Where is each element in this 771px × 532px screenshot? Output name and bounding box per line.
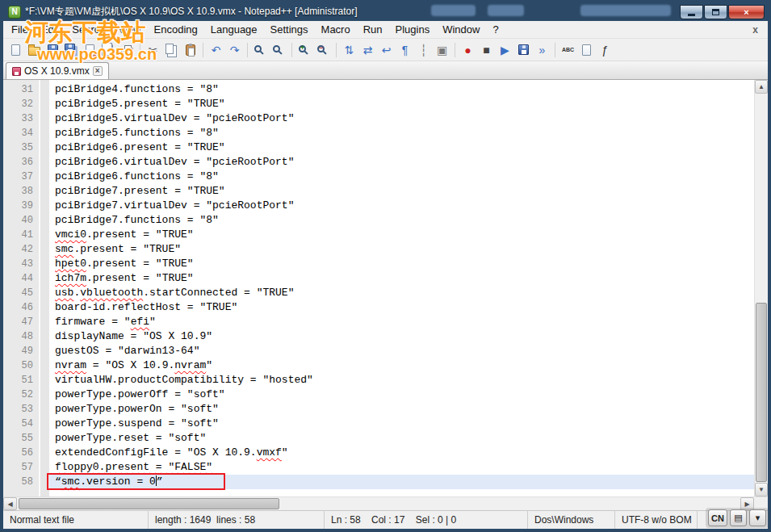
menu-edit[interactable]: Edit (35, 21, 65, 38)
line-text[interactable]: pciBridge6.virtualDev = "pcieRootPort" (49, 155, 754, 170)
start-recording-button[interactable]: ● (459, 40, 477, 59)
editor-line-47[interactable]: 47firmware = "efi" (3, 315, 754, 329)
editor-line-33[interactable]: 33pciBridge5.virtualDev = "pcieRootPort" (3, 111, 754, 126)
line-text[interactable]: board-id.reflectHost = "TRUE" (49, 300, 754, 315)
new-file-button[interactable] (6, 40, 25, 59)
editor[interactable]: 31pciBridge4.functions = "8"32pciBridge5… (3, 80, 754, 496)
tab-close-icon[interactable]: × (93, 66, 103, 76)
editor-line-37[interactable]: 37pciBridge6.functions = "8" (3, 170, 754, 184)
close-button[interactable]: × (728, 5, 765, 19)
menu-settings[interactable]: Settings (264, 21, 315, 38)
save-all-button[interactable] (62, 40, 81, 59)
editor-line-54[interactable]: 54powerType.suspend = "soft" (3, 417, 754, 431)
line-text[interactable]: extendedConfigFile = "OS X 10.9.vmxf" (49, 446, 754, 460)
save-file-button[interactable] (44, 40, 62, 59)
find-button[interactable] (251, 40, 270, 59)
menu-view[interactable]: View (112, 21, 148, 38)
editor-line-48[interactable]: 48displayName = "OS X 10.9" (3, 329, 754, 344)
scroll-down-arrow-icon[interactable]: ▼ (755, 483, 768, 496)
menu-window[interactable]: Window (436, 21, 486, 38)
line-text[interactable]: floppy0.present = "FALSE" (49, 460, 754, 475)
scroll-up-arrow-icon[interactable]: ▲ (755, 80, 768, 94)
cut-button[interactable]: ✂ (144, 40, 162, 59)
save-recorded-macro-button[interactable] (514, 40, 533, 59)
editor-line-50[interactable]: 50nvram = "OS X 10.9.nvram" (3, 358, 754, 373)
line-text[interactable]: pciBridge7.virtualDev = "pcieRootPort" (49, 199, 754, 213)
menu-language[interactable]: Language (204, 21, 264, 38)
editor-line-44[interactable]: 44ich7m.present = "TRUE" (3, 271, 754, 286)
ime-language-button[interactable]: CN (708, 509, 727, 526)
editor-line-43[interactable]: 43hpet0.present = "TRUE" (3, 257, 754, 271)
vertical-scroll-track[interactable] (755, 94, 768, 483)
title-bar[interactable]: N *F:\VM专题\VM虚拟机\OS X 10.9\OS X 10.9.vmx… (3, 0, 768, 21)
playback-button[interactable]: ▶ (496, 40, 514, 59)
redo-button[interactable]: ↷ (225, 40, 244, 59)
editor-line-41[interactable]: 41vmci0.present = "TRUE" (3, 228, 754, 242)
stop-recording-button[interactable]: ■ (477, 40, 496, 59)
line-text[interactable]: powerType.suspend = "soft" (49, 417, 754, 431)
menu-search[interactable]: Search (65, 21, 111, 38)
ime-keyboard-button[interactable]: ▤ (730, 509, 747, 526)
line-text[interactable]: pciBridge7.functions = "8" (49, 213, 754, 228)
replace-button[interactable] (270, 40, 288, 59)
horizontal-scroll-track[interactable] (17, 497, 740, 510)
line-text[interactable]: pciBridge5.present = "TRUE" (49, 97, 754, 111)
line-text[interactable]: virtualHW.productCompatibility = "hosted… (49, 373, 754, 387)
editor-line-53[interactable]: 53powerType.powerOn = "soft" (3, 402, 754, 417)
line-text[interactable]: nvram = "OS X 10.9.nvram" (49, 358, 754, 373)
vertical-scrollbar[interactable]: ▲ ▼ (754, 80, 768, 496)
editor-line-55[interactable]: 55powerType.reset = "soft" (3, 431, 754, 446)
editor-line-52[interactable]: 52powerType.powerOff = "soft" (3, 387, 754, 402)
horizontal-scrollbar[interactable]: ◀ ▶ (3, 496, 768, 510)
line-text[interactable]: “smc.version = 0” (49, 475, 754, 489)
line-text[interactable]: firmware = "efi" (49, 315, 754, 329)
menu-encoding[interactable]: Encoding (148, 21, 204, 38)
editor-line-38[interactable]: 38pciBridge7.present = "TRUE" (3, 184, 754, 199)
open-file-button[interactable] (25, 40, 44, 59)
menu-help[interactable]: ? (486, 21, 505, 38)
ime-language-bar[interactable]: CN▤▾ (706, 508, 769, 528)
line-text[interactable]: guestOS = "darwin13-64" (49, 344, 754, 358)
editor-line-39[interactable]: 39pciBridge7.virtualDev = "pcieRootPort" (3, 199, 754, 213)
line-text[interactable]: usb.vbluetooth.startConnected = "TRUE" (49, 286, 754, 300)
ime-options-button[interactable]: ▾ (749, 509, 766, 526)
menu-plugins[interactable]: Plugins (389, 21, 437, 38)
spell-check-button[interactable]: ABC (559, 40, 577, 59)
editor-line-45[interactable]: 45usb.vbluetooth.startConnected = "TRUE" (3, 286, 754, 300)
show-all-characters-button[interactable]: ¶ (396, 40, 414, 59)
editor-line-51[interactable]: 51virtualHW.productCompatibility = "host… (3, 373, 754, 387)
line-text[interactable]: powerType.powerOn = "soft" (49, 402, 754, 417)
menu-file[interactable]: File (5, 21, 35, 38)
line-text[interactable]: hpet0.present = "TRUE" (49, 257, 754, 271)
editor-line-34[interactable]: 34pciBridge5.functions = "8" (3, 126, 754, 140)
sync-horizontal-scrolling-button[interactable]: ⇄ (358, 40, 377, 59)
editor-line-58[interactable]: 58“smc.version = 0” (3, 475, 754, 489)
close-file-button[interactable] (81, 40, 99, 59)
editor-line-57[interactable]: 57floppy0.present = "FALSE" (3, 460, 754, 475)
editor-line-35[interactable]: 35pciBridge6.present = "TRUE" (3, 140, 754, 155)
zoom-out-button[interactable] (314, 40, 333, 59)
editor-line-40[interactable]: 40pciBridge7.functions = "8" (3, 213, 754, 228)
undo-button[interactable]: ↶ (207, 40, 225, 59)
vertical-scroll-thumb[interactable] (756, 303, 767, 482)
minimize-button[interactable] (680, 5, 703, 19)
editor-line-32[interactable]: 32pciBridge5.present = "TRUE" (3, 97, 754, 111)
editor-line-56[interactable]: 56extendedConfigFile = "OS X 10.9.vmxf" (3, 446, 754, 460)
line-text[interactable]: smc.present = "TRUE" (49, 242, 754, 257)
editor-line-31[interactable]: 31pciBridge4.functions = "8" (3, 82, 754, 97)
indent-guide-button[interactable]: ┆ (414, 40, 433, 59)
line-text[interactable]: vmci0.present = "TRUE" (49, 228, 754, 242)
line-text[interactable]: pciBridge7.present = "TRUE" (49, 184, 754, 199)
document-map-button[interactable] (577, 40, 596, 59)
function-list-button[interactable]: ƒ (596, 40, 614, 59)
run-macro-multiple-times-button[interactable]: » (533, 40, 551, 59)
paste-button[interactable] (181, 40, 199, 59)
zoom-in-button[interactable] (295, 40, 314, 59)
tab-os-x-10-9-vmx[interactable]: OS X 10.9.vmx × (6, 62, 109, 79)
line-text[interactable]: powerType.powerOff = "soft" (49, 387, 754, 402)
line-text[interactable]: displayName = "OS X 10.9" (49, 329, 754, 344)
menu-macro[interactable]: Macro (315, 21, 357, 38)
line-text[interactable]: pciBridge6.present = "TRUE" (49, 140, 754, 155)
maximize-button[interactable] (704, 5, 727, 19)
line-text[interactable]: ich7m.present = "TRUE" (49, 271, 754, 286)
